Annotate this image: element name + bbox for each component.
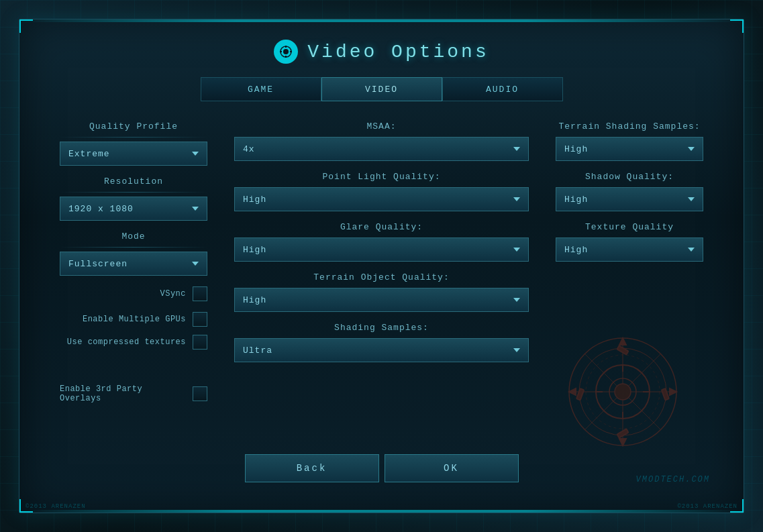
dropdown-arrow-icon	[513, 298, 520, 302]
third-party-checkbox[interactable]	[193, 386, 207, 401]
glare-dropdown[interactable]: High	[234, 237, 529, 262]
quality-profile-dropdown[interactable]: Extreme	[60, 142, 207, 166]
resolution-value: 1920 x 1080	[68, 204, 134, 214]
content-area: Quality Profile Extreme Resolution 1920 …	[19, 121, 744, 411]
quality-profile-value: Extreme	[68, 149, 110, 159]
compressed-textures-row: Use compressed textures	[60, 335, 207, 350]
header: Video Options	[19, 19, 744, 77]
dropdown-arrow-icon	[513, 147, 520, 151]
dropdown-arrow-icon	[513, 348, 520, 352]
dropdown-arrow-icon	[688, 147, 695, 151]
compressed-textures-checkbox[interactable]	[193, 335, 207, 350]
tab-video[interactable]: VIDEO	[321, 77, 442, 101]
main-panel: Video Options GAME VIDEO AUDIO Quality P…	[19, 19, 744, 513]
footer-bar: ©2013 ARENAZEN ©2013 ARENAZEN	[19, 500, 744, 513]
video-options-icon	[274, 40, 298, 64]
corner-tr	[730, 19, 744, 33]
mode-label: Mode	[60, 231, 207, 242]
back-button[interactable]: Back	[245, 454, 379, 482]
terrain-shading-value: High	[564, 144, 588, 154]
divider-3	[60, 247, 207, 248]
resolution-dropdown[interactable]: 1920 x 1080	[60, 197, 207, 221]
svg-marker-17	[670, 388, 676, 395]
texture-quality-label: Texture Quality	[556, 222, 703, 232]
texture-quality-dropdown[interactable]: High	[556, 237, 703, 262]
terrain-shading-label: Terrain Shading Samples:	[556, 121, 703, 131]
msaa-label: MSAA:	[234, 121, 529, 131]
dropdown-arrow-icon	[688, 248, 695, 252]
third-party-overlays-row: Enable 3rd Party Overlays	[60, 384, 207, 403]
terrain-shading-dropdown[interactable]: High	[556, 137, 703, 161]
dropdown-arrow-icon	[513, 248, 520, 252]
dropdown-arrow-icon	[192, 262, 199, 266]
ok-button[interactable]: OK	[385, 454, 519, 482]
svg-point-1	[283, 49, 289, 54]
shadow-quality-dropdown[interactable]: High	[556, 187, 703, 211]
compressed-textures-label: Use compressed textures	[67, 337, 186, 347]
svg-marker-15	[619, 439, 626, 445]
resolution-label: Resolution	[60, 176, 207, 187]
msaa-value: 4x	[243, 144, 255, 154]
multiple-gpus-row: Enable Multiple GPUs	[60, 312, 207, 327]
page-title: Video Options	[307, 42, 489, 62]
top-decoration	[19, 19, 744, 22]
shadow-quality-label: Shadow Quality:	[556, 172, 703, 182]
dropdown-arrow-icon	[688, 197, 695, 201]
middle-column: MSAA: 4x Point Light Quality: High Glare…	[234, 121, 529, 411]
multiple-gpus-checkbox[interactable]	[193, 312, 207, 327]
glare-value: High	[243, 245, 266, 255]
svg-marker-16	[569, 388, 576, 395]
svg-marker-14	[619, 338, 626, 345]
divider-1	[60, 137, 207, 138]
dropdown-arrow-icon	[192, 152, 199, 156]
right-column: Terrain Shading Samples: High Shadow Qua…	[556, 121, 703, 411]
third-party-label: Enable 3rd Party Overlays	[60, 384, 186, 403]
svg-rect-27	[662, 388, 669, 400]
vsync-checkbox[interactable]	[193, 286, 207, 301]
glare-label: Glare Quality:	[234, 222, 529, 232]
footer-left: ©2013 ARENAZEN	[26, 503, 86, 510]
tab-audio[interactable]: AUDIO	[442, 77, 563, 101]
point-light-value: High	[243, 195, 266, 205]
mode-value: Fullscreen	[68, 259, 128, 269]
texture-quality-value: High	[564, 245, 588, 255]
divider-2	[60, 192, 207, 193]
msaa-dropdown[interactable]: 4x	[234, 137, 529, 161]
quality-profile-label: Quality Profile	[60, 121, 207, 131]
shading-samples-dropdown[interactable]: Ultra	[234, 338, 529, 362]
dropdown-arrow-icon	[192, 207, 199, 211]
svg-rect-25	[617, 429, 629, 437]
terrain-object-dropdown[interactable]: High	[234, 288, 529, 312]
outer-background: Video Options GAME VIDEO AUDIO Quality P…	[0, 0, 763, 532]
shading-samples-value: Ultra	[243, 345, 272, 356]
mode-dropdown[interactable]: Fullscreen	[60, 252, 207, 276]
shading-samples-label: Shading Samples:	[234, 323, 529, 333]
left-column: Quality Profile Extreme Resolution 1920 …	[60, 121, 207, 411]
vsync-row: VSync	[60, 286, 207, 301]
point-light-dropdown[interactable]: High	[234, 187, 529, 211]
vsync-label: VSync	[160, 289, 186, 299]
multiple-gpus-label: Enable Multiple GPUs	[83, 315, 186, 324]
watermark: VMODTECH.COM	[636, 475, 710, 484]
terrain-object-value: High	[243, 295, 266, 305]
footer-right: ©2013 ARENAZEN	[677, 503, 737, 510]
svg-rect-24	[617, 345, 629, 354]
tab-game[interactable]: GAME	[201, 77, 321, 101]
dropdown-arrow-icon	[513, 197, 520, 201]
svg-point-19	[615, 384, 631, 400]
point-light-label: Point Light Quality:	[234, 172, 529, 182]
bottom-bar: Back OK	[60, 454, 703, 482]
game-emblem	[562, 331, 683, 452]
corner-tl	[19, 19, 33, 33]
tab-bar: GAME VIDEO AUDIO	[19, 77, 744, 101]
svg-rect-26	[576, 388, 584, 400]
terrain-object-label: Terrain Object Quality:	[234, 272, 529, 282]
shadow-quality-value: High	[564, 195, 588, 205]
